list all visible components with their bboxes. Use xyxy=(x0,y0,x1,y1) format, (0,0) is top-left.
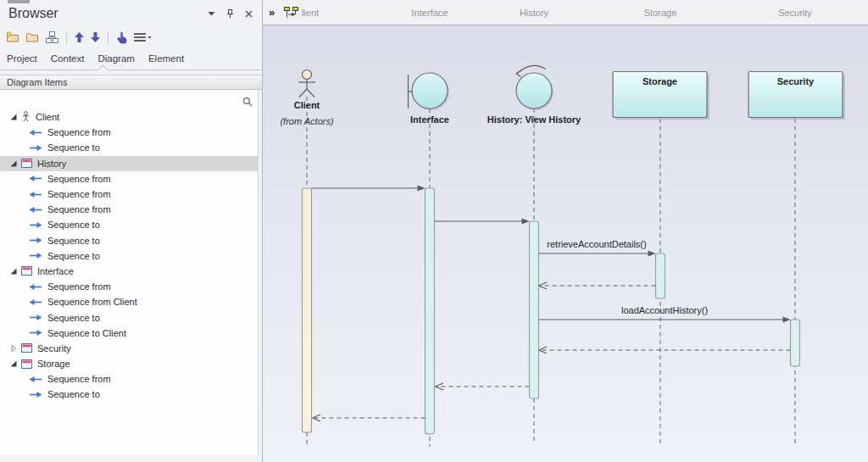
tree-item-label: Sequence from xyxy=(47,204,111,214)
new-folder-icon[interactable] xyxy=(25,31,40,43)
tree-search-row[interactable] xyxy=(0,90,258,109)
tree-item-label: Sequence to xyxy=(47,313,100,323)
sequence-to-icon xyxy=(29,221,42,229)
history-name: History: View History xyxy=(487,114,581,125)
expander-expanded-icon[interactable] xyxy=(9,113,18,121)
chevrons-icon[interactable]: » xyxy=(269,6,275,19)
tree-item-label: Sequence from xyxy=(47,127,111,137)
tree-child-item[interactable]: Sequence to xyxy=(0,217,258,232)
sequence-from-icon xyxy=(29,175,42,182)
activation-storage[interactable] xyxy=(656,253,665,298)
expander-expanded-icon[interactable] xyxy=(9,267,18,276)
strip-label-security: Security xyxy=(778,8,812,18)
section-header-label: Diagram Items xyxy=(7,77,68,87)
tree-item-label: Sequence to xyxy=(47,251,100,261)
tree-item-label: Sequence from xyxy=(47,281,111,292)
tree-child-item[interactable]: Sequence from xyxy=(0,125,258,140)
tree-item[interactable]: Interface xyxy=(0,264,258,279)
diagram-items-tree: ClientSequence fromSequence toHistorySeq… xyxy=(0,90,259,455)
tab-diagram[interactable]: Diagram xyxy=(91,53,141,64)
strip-label-history: History xyxy=(520,8,548,18)
active-tab-notch xyxy=(97,64,108,75)
object-icon xyxy=(21,159,32,168)
close-icon[interactable] xyxy=(244,9,253,19)
menu-icon[interactable] xyxy=(133,32,152,42)
sequence-from-icon xyxy=(29,376,42,383)
tab-element[interactable]: Element xyxy=(142,53,191,64)
tree-item-label: Sequence to xyxy=(47,220,100,230)
sequence-diagram[interactable]: Storage Security Client (from Actors) In… xyxy=(263,25,868,462)
sequence-to-icon xyxy=(29,391,42,398)
tree-item-label: Security xyxy=(37,343,71,353)
tree-child-item[interactable]: Sequence from xyxy=(0,279,258,294)
tree-child-item[interactable]: Sequence to xyxy=(0,140,258,155)
magnifier-icon[interactable] xyxy=(242,95,253,110)
message-retrieve-label: retrieveAccountDetails() xyxy=(547,239,646,249)
tree-child-item[interactable]: Sequence from xyxy=(0,202,258,217)
expander-expanded-icon[interactable] xyxy=(9,359,18,368)
tree-item-label: Sequence from xyxy=(47,174,111,184)
client-name: Client xyxy=(294,100,320,110)
tree-item-label: Sequence to Client xyxy=(47,328,126,338)
tree-item[interactable]: Client xyxy=(0,109,258,125)
tab-context[interactable]: Context xyxy=(44,53,92,64)
security-element[interactable]: Security xyxy=(748,72,845,120)
tree-child-item[interactable]: Sequence from xyxy=(0,186,258,202)
storage-name: Storage xyxy=(643,76,677,86)
browser-panel-header: Browser xyxy=(0,0,262,27)
tree-child-item[interactable]: Sequence from Client xyxy=(0,294,258,309)
interface-element[interactable] xyxy=(409,73,450,110)
insert-element-icon[interactable] xyxy=(115,31,128,44)
message-load-label: loadAccountHistory() xyxy=(621,305,708,315)
browser-panel: Browser Project Context Diagram Element xyxy=(0,0,263,462)
expander-expanded-icon[interactable] xyxy=(9,159,18,168)
tree-child-item[interactable]: Sequence to xyxy=(0,309,258,325)
interface-name: Interface xyxy=(410,114,449,125)
tree-child-item[interactable]: Sequence to xyxy=(0,233,258,248)
tree-child-item[interactable]: Sequence to xyxy=(0,248,258,264)
tree-child-item[interactable]: Sequence from xyxy=(0,371,258,387)
move-down-icon[interactable] xyxy=(90,31,101,43)
actor-icon xyxy=(21,111,31,123)
activation-history[interactable] xyxy=(530,221,539,398)
sequence-to-icon xyxy=(29,329,42,337)
application-window: Browser Project Context Diagram Element xyxy=(0,0,868,462)
strip-label-storage: Storage xyxy=(644,8,677,18)
sequence-diagram-icon[interactable] xyxy=(283,4,301,21)
history-element[interactable] xyxy=(516,65,554,110)
sequence-to-icon xyxy=(29,237,42,244)
lifelines xyxy=(307,97,795,447)
activation-interface[interactable] xyxy=(426,188,435,434)
tree-child-item[interactable]: Sequence from xyxy=(0,171,258,186)
tree-child-item[interactable]: Sequence to Client xyxy=(0,326,258,341)
expander-collapsed-icon[interactable] xyxy=(9,344,18,353)
tree-item-label: Sequence to xyxy=(47,389,100,399)
new-diagram-icon[interactable] xyxy=(45,31,59,44)
tree-item-label: Interface xyxy=(37,266,74,276)
caret-down-icon[interactable] xyxy=(207,10,216,17)
sequence-from-icon xyxy=(29,191,42,198)
new-package-icon[interactable] xyxy=(6,31,20,43)
activation-security[interactable] xyxy=(791,320,800,366)
move-up-icon[interactable] xyxy=(74,31,85,43)
storage-element[interactable]: Storage xyxy=(613,72,709,120)
diagram-canvas-area[interactable]: » SecurityStorageHistoryInterfaceClient xyxy=(263,0,868,462)
actor-client[interactable] xyxy=(298,70,315,97)
section-header: Diagram Items xyxy=(0,75,262,90)
sequence-from-icon xyxy=(29,129,42,136)
sequence-from-icon xyxy=(29,206,42,214)
pin-icon[interactable] xyxy=(225,8,235,19)
client-sub: (from Actors) xyxy=(280,116,333,126)
tab-project[interactable]: Project xyxy=(0,53,44,64)
tree-child-item[interactable]: Sequence to xyxy=(0,387,258,402)
browser-tabs: Project Context Diagram Element xyxy=(0,47,262,70)
tree-item[interactable]: Storage xyxy=(0,356,258,371)
sequence-to-icon xyxy=(29,144,42,152)
sequence-from-icon xyxy=(29,298,42,306)
activation-client[interactable] xyxy=(303,188,312,432)
browser-toolbar xyxy=(0,27,262,47)
security-name: Security xyxy=(777,76,815,86)
tree-item[interactable]: History xyxy=(0,156,258,171)
tree-item[interactable]: Security xyxy=(0,341,258,356)
tree-item-label: Sequence from xyxy=(47,189,111,199)
